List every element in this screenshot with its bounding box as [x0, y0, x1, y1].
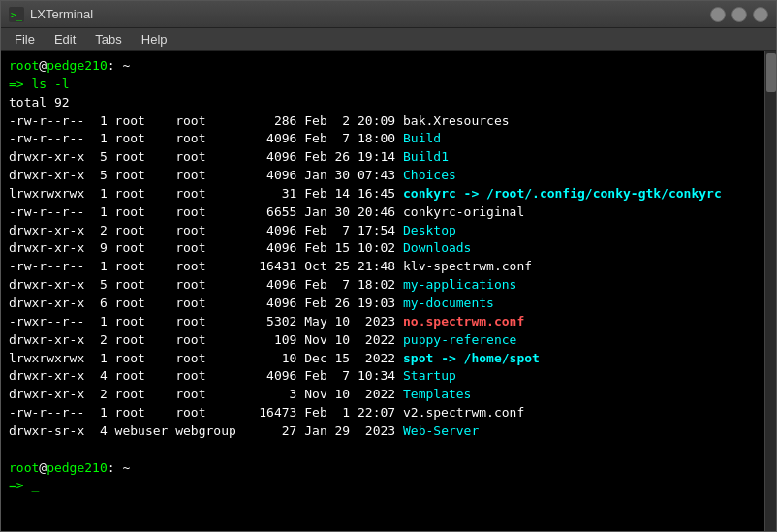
prompt-user-2: root — [9, 460, 39, 475]
scrollbar-thumb[interactable] — [766, 53, 776, 92]
menu-help[interactable]: Help — [132, 30, 177, 48]
terminal-window: >_ LXTerminal File Edit Tabs Help root@p… — [0, 0, 777, 532]
window-title: LXTerminal — [30, 7, 710, 21]
menu-bar: File Edit Tabs Help — [1, 28, 776, 51]
close-button[interactable] — [753, 7, 768, 22]
prompt-host-2: pedge210 — [47, 460, 108, 475]
scrollbar[interactable] — [764, 51, 776, 531]
title-bar: >_ LXTerminal — [1, 1, 776, 28]
minimize-button[interactable] — [710, 7, 726, 22]
window-controls — [710, 7, 768, 22]
terminal-body[interactable]: root@pedge210: ~ => ls -l total 92 -rw-r… — [1, 51, 776, 531]
menu-edit[interactable]: Edit — [45, 30, 85, 48]
prompt-user-1: root — [9, 58, 39, 73]
menu-file[interactable]: File — [5, 30, 45, 48]
menu-tabs[interactable]: Tabs — [85, 30, 131, 48]
prompt-host-1: pedge210 — [47, 58, 108, 73]
terminal-icon: >_ — [9, 7, 24, 22]
terminal-output: root@pedge210: ~ => ls -l total 92 -rw-r… — [9, 57, 768, 495]
maximize-button[interactable] — [731, 7, 747, 22]
svg-text:>_: >_ — [11, 10, 23, 21]
